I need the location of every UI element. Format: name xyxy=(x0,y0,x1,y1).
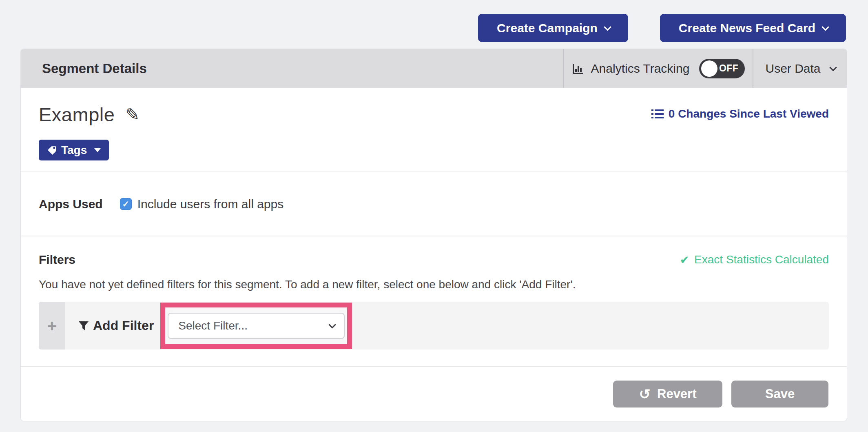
bar-chart-icon xyxy=(571,62,585,75)
list-icon xyxy=(651,109,664,119)
tags-button[interactable]: Tags xyxy=(39,140,109,160)
revert-button[interactable]: ↺ Revert xyxy=(613,381,722,408)
toggle-knob xyxy=(701,60,717,77)
check-icon: ✔ xyxy=(680,253,689,267)
create-news-feed-card-label: Create News Feed Card xyxy=(679,21,815,35)
caret-down-icon xyxy=(94,148,101,152)
card-header: Segment Details Analytics Tracking OFF U… xyxy=(21,49,847,88)
checkmark-icon: ✓ xyxy=(122,200,129,208)
analytics-tracking-section: Analytics Tracking OFF xyxy=(563,49,753,88)
analytics-tracking-toggle[interactable]: OFF xyxy=(699,59,745,78)
create-news-feed-card-button[interactable]: Create News Feed Card xyxy=(660,14,846,42)
plus-icon: + xyxy=(47,318,57,334)
edit-pencil-icon[interactable]: ✎ xyxy=(125,106,140,123)
select-filter-placeholder: Select Filter... xyxy=(178,319,248,332)
highlight-annotation: Select Filter... xyxy=(160,303,352,349)
include-all-apps-checkbox[interactable]: ✓ xyxy=(120,198,132,210)
add-filter-group-button[interactable]: + xyxy=(39,302,65,350)
chevron-down-icon xyxy=(822,23,829,31)
filter-row: + Add Filter Select Filter... xyxy=(39,302,829,350)
save-button[interactable]: Save xyxy=(731,381,828,408)
segment-details-card: Segment Details Analytics Tracking OFF U… xyxy=(20,49,847,421)
user-data-label: User Data xyxy=(765,62,820,76)
chevron-down-icon xyxy=(604,23,611,31)
segment-title-section: Example ✎ 0 Changes Since Last Viewed Ta… xyxy=(21,88,847,171)
toggle-state-label: OFF xyxy=(719,63,739,74)
apps-used-label: Apps Used xyxy=(39,197,103,211)
filters-section: Filters ✔ Exact Statistics Calculated Yo… xyxy=(21,236,847,366)
funnel-icon xyxy=(78,321,89,331)
select-filter-dropdown[interactable]: Select Filter... xyxy=(168,313,345,339)
add-filter-label: Add Filter xyxy=(93,318,154,333)
filters-heading: Filters xyxy=(39,253,75,267)
save-button-label: Save xyxy=(765,387,795,401)
exact-statistics-label: Exact Statistics Calculated xyxy=(694,253,829,266)
changes-link-label: 0 Changes Since Last Viewed xyxy=(669,107,829,120)
chevron-down-icon xyxy=(329,321,336,328)
tags-button-label: Tags xyxy=(61,144,87,157)
analytics-tracking-label: Analytics Tracking xyxy=(591,62,690,76)
add-filter-label-group: Add Filter xyxy=(78,318,154,333)
user-data-dropdown[interactable]: User Data xyxy=(753,49,847,88)
apps-used-section: Apps Used ✓ Include users from all apps xyxy=(21,171,847,236)
page-title: Segment Details xyxy=(21,49,563,88)
filters-empty-text: You have not yet defined filters for thi… xyxy=(39,278,829,291)
tag-icon xyxy=(47,145,57,155)
revert-button-label: Revert xyxy=(657,387,697,401)
include-all-apps-label: Include users from all apps xyxy=(137,197,284,211)
create-campaign-label: Create Campaign xyxy=(497,21,598,35)
card-footer: ↺ Revert Save xyxy=(21,366,847,421)
chevron-down-icon xyxy=(829,64,837,71)
segment-name: Example xyxy=(39,103,115,126)
revert-icon: ↺ xyxy=(639,387,651,401)
create-campaign-button[interactable]: Create Campaign xyxy=(478,14,628,42)
top-action-bar: Create Campaign Create News Feed Card xyxy=(478,14,846,42)
exact-statistics-status: ✔ Exact Statistics Calculated xyxy=(680,253,829,267)
changes-since-last-viewed-link[interactable]: 0 Changes Since Last Viewed xyxy=(651,107,829,120)
